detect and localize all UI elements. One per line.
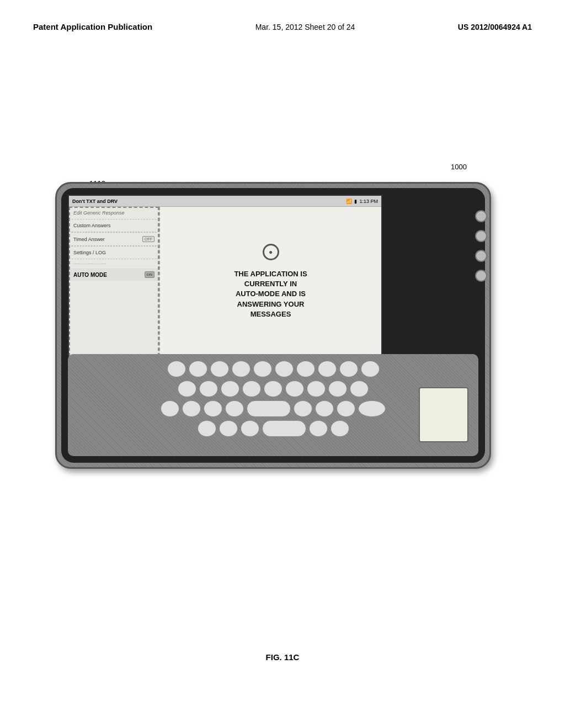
key-alt[interactable]	[219, 420, 238, 437]
key-y[interactable]	[275, 361, 294, 377]
keyboard-row-2	[74, 381, 472, 397]
key-l[interactable]	[350, 381, 369, 397]
key-b[interactable]	[294, 400, 312, 417]
keyboard-row-3	[74, 400, 472, 417]
key-f[interactable]	[242, 381, 261, 397]
key-r[interactable]	[232, 361, 250, 377]
side-buttons	[475, 210, 487, 282]
side-button-2[interactable]	[475, 230, 487, 242]
auto-mode-label: AUTO MODE	[73, 272, 107, 278]
side-button-4[interactable]	[475, 270, 487, 282]
key-e[interactable]	[210, 361, 229, 377]
key-v[interactable]	[225, 400, 244, 417]
menu-item-edit[interactable]: Edit Generic Response	[69, 207, 159, 220]
status-bar: Don't TXT and DRV 📶 ▮ 1:13 PM	[69, 196, 381, 207]
keyboard-row-1	[74, 361, 472, 377]
key-sym[interactable]	[198, 420, 216, 437]
side-button-3[interactable]	[475, 250, 487, 262]
patent-label: Patent Application Publication	[33, 22, 152, 31]
key-enter[interactable]	[331, 420, 349, 437]
key-space[interactable]	[247, 400, 291, 417]
menu-item-timed[interactable]: Timed Answer OFF	[69, 233, 159, 246]
key-q[interactable]	[167, 361, 186, 377]
battery-icon: ▮	[354, 199, 357, 204]
statusbar-right: 📶 ▮ 1:13 PM	[346, 199, 378, 204]
key-o[interactable]	[339, 361, 358, 377]
figure-caption: FIG. 11C	[0, 652, 565, 662]
app-title: Don't TXT and DRV	[72, 199, 118, 204]
key-w[interactable]	[189, 361, 207, 377]
sheet-info: Mar. 15, 2012 Sheet 20 of 24	[255, 23, 355, 31]
key-n[interactable]	[315, 400, 334, 417]
key-h[interactable]	[285, 381, 304, 397]
auto-mode-bar: AUTO MODE ON	[69, 269, 159, 281]
menu-item-settings[interactable]: Settings / LOG	[69, 247, 159, 259]
menu-item-custom[interactable]: Custom Answers	[69, 220, 159, 232]
right-notification-pane: ● THE APPLICATION IS CURRENTLY IN AUTO-M…	[160, 207, 381, 356]
key-p[interactable]	[361, 361, 380, 377]
text-input-box[interactable]	[419, 387, 468, 442]
key-z[interactable]	[161, 400, 179, 417]
page-header: Patent Application Publication Mar. 15, …	[33, 22, 532, 31]
dots-row: ····················	[69, 259, 159, 269]
key-a[interactable]	[178, 381, 196, 397]
signal-icon: 📶	[346, 199, 352, 204]
timed-toggle[interactable]: OFF	[142, 236, 154, 242]
left-menu-pane: Edit Generic Response Custom Answers Tim…	[69, 207, 160, 356]
screen-content: Edit Generic Response Custom Answers Tim…	[69, 207, 381, 356]
notification-message: THE APPLICATION IS CURRENTLY IN AUTO-MOD…	[234, 269, 307, 319]
auto-mode-toggle[interactable]: ON	[145, 271, 154, 278]
key-j[interactable]	[307, 381, 326, 397]
ref-1000: 1000	[451, 163, 467, 171]
notification-icon: ●	[263, 244, 279, 260]
key-k[interactable]	[328, 381, 347, 397]
key-x[interactable]	[182, 400, 201, 417]
key-period[interactable]	[309, 420, 328, 437]
key-u[interactable]	[296, 361, 315, 377]
key-comma[interactable]	[241, 420, 259, 437]
key-s[interactable]	[199, 381, 218, 397]
patent-number: US 2012/0064924 A1	[458, 23, 532, 31]
key-c[interactable]	[204, 400, 222, 417]
device-bezel: Don't TXT and DRV 📶 ▮ 1:13 PM Edit Gener…	[61, 188, 485, 463]
time-display: 1:13 PM	[359, 199, 378, 204]
key-m[interactable]	[337, 400, 355, 417]
key-i[interactable]	[318, 361, 337, 377]
device-body: Don't TXT and DRV 📶 ▮ 1:13 PM Edit Gener…	[55, 182, 491, 469]
keyboard-row-4	[74, 420, 472, 437]
keyboard-area	[68, 354, 478, 456]
key-g[interactable]	[264, 381, 282, 397]
key-d[interactable]	[221, 381, 239, 397]
key-trackball[interactable]	[358, 400, 386, 417]
key-t[interactable]	[253, 361, 272, 377]
device-screen: Don't TXT and DRV 📶 ▮ 1:13 PM Edit Gener…	[68, 195, 382, 357]
key-space2[interactable]	[262, 420, 306, 437]
side-button-1[interactable]	[475, 210, 487, 222]
